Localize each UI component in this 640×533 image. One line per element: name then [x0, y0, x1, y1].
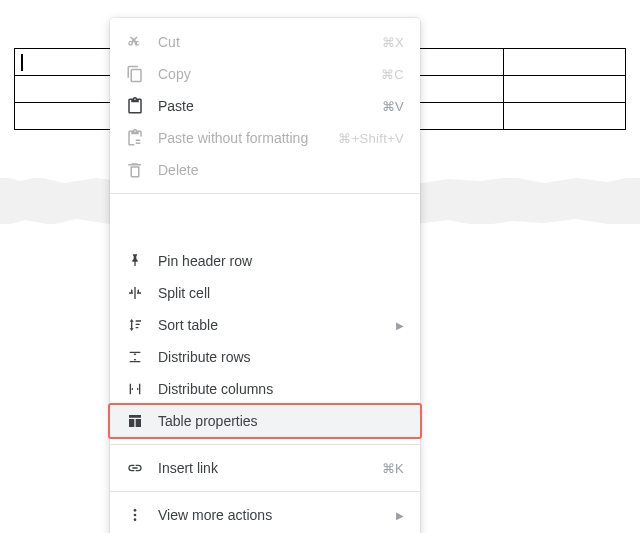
hidden-section-gap [110, 201, 420, 245]
menu-item-distribute-columns[interactable]: Distribute columns [110, 373, 420, 405]
menu-divider [110, 444, 420, 445]
menu-label: Delete [158, 162, 404, 178]
sort-icon [126, 316, 144, 334]
chevron-right-icon: ▶ [396, 320, 404, 331]
menu-divider [110, 193, 420, 194]
menu-item-distribute-rows[interactable]: Distribute rows [110, 341, 420, 373]
table-cell[interactable] [503, 49, 625, 76]
distribute-rows-icon [126, 348, 144, 366]
menu-label: Copy [158, 66, 367, 82]
table-cell[interactable] [503, 76, 625, 103]
context-menu: Cut ⌘X Copy ⌘C Paste ⌘V Paste without fo… [110, 18, 420, 533]
menu-item-cut[interactable]: Cut ⌘X [110, 26, 420, 58]
table-cell[interactable] [503, 103, 625, 130]
copy-icon [126, 65, 144, 83]
menu-item-split-cell[interactable]: Split cell [110, 277, 420, 309]
menu-item-insert-link[interactable]: Insert link ⌘K [110, 452, 420, 484]
menu-label: Distribute rows [158, 349, 404, 365]
svg-point-0 [134, 509, 137, 512]
menu-item-more-actions[interactable]: View more actions ▶ [110, 499, 420, 531]
link-icon [126, 459, 144, 477]
paste-icon [126, 97, 144, 115]
menu-label: Paste [158, 98, 368, 114]
menu-label: View more actions [158, 507, 382, 523]
menu-label: Insert link [158, 460, 368, 476]
menu-shortcut: ⌘+Shift+V [338, 131, 404, 146]
delete-icon [126, 161, 144, 179]
menu-shortcut: ⌘V [382, 99, 404, 114]
cut-icon [126, 33, 144, 51]
menu-shortcut: ⌘K [382, 461, 404, 476]
split-cell-icon [126, 284, 144, 302]
menu-shortcut: ⌘C [381, 67, 404, 82]
chevron-right-icon: ▶ [396, 510, 404, 521]
menu-item-table-properties[interactable]: Table properties [110, 405, 420, 437]
menu-shortcut: ⌘X [382, 35, 404, 50]
text-cursor [21, 54, 23, 71]
menu-label: Cut [158, 34, 368, 50]
table-properties-icon [126, 412, 144, 430]
menu-label: Pin header row [158, 253, 404, 269]
menu-label: Split cell [158, 285, 404, 301]
svg-point-1 [134, 514, 137, 517]
menu-label: Distribute columns [158, 381, 404, 397]
menu-item-pin-header[interactable]: Pin header row [110, 245, 420, 277]
menu-label: Sort table [158, 317, 382, 333]
menu-item-delete[interactable]: Delete [110, 154, 420, 186]
paste-plain-icon [126, 129, 144, 147]
svg-point-2 [134, 518, 137, 521]
menu-item-sort-table[interactable]: Sort table ▶ [110, 309, 420, 341]
menu-divider [110, 491, 420, 492]
menu-label: Table properties [158, 413, 404, 429]
menu-label: Paste without formatting [158, 130, 324, 146]
more-icon [126, 506, 144, 524]
menu-item-copy[interactable]: Copy ⌘C [110, 58, 420, 90]
pin-icon [126, 252, 144, 270]
distribute-columns-icon [126, 380, 144, 398]
menu-item-paste[interactable]: Paste ⌘V [110, 90, 420, 122]
menu-item-paste-plain[interactable]: Paste without formatting ⌘+Shift+V [110, 122, 420, 154]
